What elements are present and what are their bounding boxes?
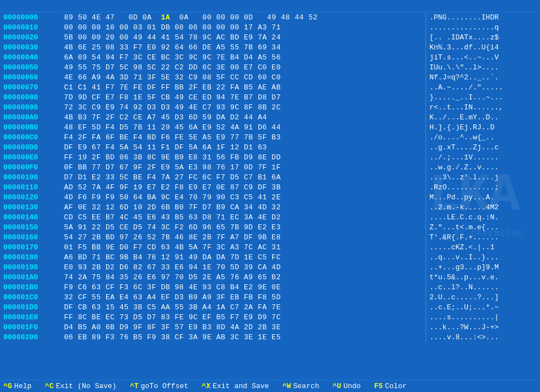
title-offset [524, 2, 537, 10]
ascii-chars: Z."...t<.m.e{... [426, 222, 540, 232]
ascii-chars: Kn%.3...df..U{i4 [426, 42, 540, 52]
hex-offset: 00000020 [0, 32, 63, 42]
status-key: ^W [282, 382, 291, 390]
hex-bytes: 89 50 4E 47 0D 0A 1A 0A 00 00 00 0D 49 4… [63, 12, 426, 22]
hex-bytes: 5B 00 00 20 00 49 44 41 54 78 9C AC BD E… [63, 32, 426, 42]
hex-offset: 000000E0 [0, 152, 63, 162]
status-item[interactable]: ^UUndo [333, 382, 361, 390]
table-row: 0000020006 EB 89 F3 76 B5 F9 38 CF 3A 9E… [0, 332, 540, 342]
hex-offset: 000001C0 [0, 292, 63, 302]
table-row: 000000304B 6E 25 08 33 F7 E0 92 64 66 DE… [0, 42, 540, 52]
ascii-chars: ..c.E;..U;...*.~ [426, 302, 540, 312]
ascii-chars: ..g.xT....Zj...c [426, 142, 540, 152]
hex-bytes: C1 C1 41 F7 7E FE DF FF BB 2F EB 22 FA B… [63, 82, 426, 92]
hex-bytes: 00 00 00 10 00 03 01 DB 08 06 00 00 00 1… [63, 22, 426, 32]
status-key: ^G [3, 382, 12, 390]
ascii-chars: ./o....^..w{_.. [426, 132, 540, 142]
table-row: 0000016054 27 2B BD 97 26 52 7B 46 8E 2B… [0, 232, 540, 242]
hex-offset: 000001D0 [0, 302, 63, 312]
status-label: Search [293, 382, 319, 390]
ascii-chars: }....._..I...~... [426, 92, 540, 102]
status-label: Exit (No Save) [56, 382, 116, 390]
hex-offset: 00000170 [0, 242, 63, 252]
table-row: 000001204D F6 F9 F9 50 64 BA 9C E4 70 79… [0, 192, 540, 202]
status-item[interactable]: ^CExit (No Save) [45, 382, 117, 390]
hex-offset: 000001A0 [0, 272, 63, 282]
ascii-chars: H.].{.)Ej.RJ..D [426, 122, 540, 132]
table-row: 000000406A 69 54 94 F7 3C CE BC 3C 9C 9C… [0, 52, 540, 62]
hex-bytes: F9 C6 63 CF F3 6C 3F DB 98 4E 93 C8 B4 E… [63, 282, 426, 292]
status-bar: ^GHelp^CExit (No Save)^TgoTo Offset^XExi… [0, 380, 540, 392]
hex-bytes: AF 0E 32 12 6D 10 2D 6B B0 7F D7 B9 CA 3… [63, 202, 426, 212]
hex-bytes: 4E 66 A9 4A 3D 71 3F 5E 32 C9 08 5F CC C… [63, 72, 426, 82]
table-row: 00000190E0 93 2B D2 D6 82 67 33 E6 94 1E… [0, 262, 540, 272]
ascii-chars: [.. .IDATx....z$ [426, 32, 540, 42]
ascii-chars: T'.&R{.F.+...... [426, 232, 540, 242]
hex-bytes: AD 52 7A 4F 9F 19 E7 E2 F8 E9 E7 0E 87 C… [63, 182, 426, 192]
status-item[interactable]: ^GHelp [3, 382, 32, 390]
table-row: 00000110AD 52 7A 4F 9F 19 E7 E2 F8 E9 E7… [0, 182, 540, 192]
table-row: 000001D0DF CB 63 15 45 3B C5 AA 55 3B A4… [0, 302, 540, 312]
hex-offset: 00000200 [0, 332, 63, 342]
hex-offset: 000000A0 [0, 112, 63, 122]
ascii-chars: ../.;...1V...... [426, 152, 540, 162]
status-key: ^T [130, 382, 139, 390]
ascii-chars: ..+...g3...p]9.M [426, 262, 540, 272]
hex-offset: 00000160 [0, 232, 63, 242]
hex-bytes: FF 19 2F BD 06 3B 8C 9E B9 E8 31 56 FB D… [63, 152, 426, 162]
hex-bytes: 4D F6 F9 F9 50 64 BA 9C E4 70 79 90 C3 C… [63, 192, 426, 202]
status-item[interactable]: ^WSearch [282, 382, 319, 390]
ascii-chars: ...k...?W...J-+> [426, 322, 540, 332]
hex-bytes: 0F BB 77 D7 67 9F 2F E9 5A E3 98 76 17 0… [63, 162, 426, 172]
ascii-chars: M...Pd..py...A. [426, 192, 540, 202]
hex-offset: 000001F0 [0, 322, 63, 332]
ascii-chars: ...............q [426, 22, 540, 32]
hex-bytes: D4 B5 A0 6B D9 9F 8F 3F 57 E9 B3 8D 4A 2… [63, 322, 426, 332]
status-key: F5 [374, 382, 383, 390]
table-row: 0000009072 3C C9 E9 74 92 D3 D3 49 4E C7… [0, 102, 540, 112]
table-row: 000000A04B B3 7F 2F C2 CE A7 45 D3 6D 59… [0, 112, 540, 122]
hex-offset: 00000000 [0, 12, 63, 22]
hex-bytes: 49 55 75 D7 5C 98 5C 22 C2 DD 6C 3E 00 E… [63, 62, 426, 72]
hex-offset: 000000D0 [0, 142, 63, 152]
status-item[interactable]: F5Color [374, 382, 407, 390]
ascii-chars: t*u.5&..p...v.e. [426, 272, 540, 282]
hex-offset: 00000130 [0, 202, 63, 212]
hex-offset: 00000060 [0, 72, 63, 82]
table-row: 000000B048 EF 5D F4 D5 7B 11 29 45 6A E9… [0, 122, 540, 132]
hex-offset: 00000150 [0, 222, 63, 232]
hex-offset: 00000190 [0, 262, 63, 272]
hex-offset: 00000090 [0, 102, 63, 112]
status-item[interactable]: ^XExit and Save [202, 382, 269, 390]
status-item[interactable]: ^TgoTo Offset [130, 382, 188, 390]
table-row: 000000807D 9D CF E7 F8 1E 5F CB 49 CE ED… [0, 92, 540, 102]
status-label: Exit and Save [213, 382, 269, 390]
table-row: 0000017001 F5 BB 9E D0 F7 CD 63 4B 5A 7F… [0, 242, 540, 252]
hex-bytes: 48 EF 5D F4 D5 7B 11 29 45 6A E9 52 4A 9… [63, 122, 426, 132]
status-key: ^C [45, 382, 54, 390]
ascii-chars: ...3\..z'.l....j [426, 172, 540, 182]
hex-offset: 00000120 [0, 192, 63, 202]
status-label: Undo [343, 382, 361, 390]
table-row: 000000604E 66 A9 4A 3D 71 3F 5E 32 C9 08… [0, 72, 540, 82]
ascii-chars: Nf.J=q?^2.._..`. [426, 72, 540, 82]
table-row: 000001A074 2A 75 84 35 26 E6 97 70 D5 2E… [0, 272, 540, 282]
hex-bytes: E0 93 2B D2 D6 82 67 33 E6 94 1E 70 5D 3… [63, 262, 426, 272]
ascii-chars: ..A.~..../."..... [426, 82, 540, 92]
table-row: 00000100D7 D1 E2 33 5C BE F4 7A 27 FC 6C… [0, 172, 540, 182]
ascii-chars: ..c..l?..N...... [426, 282, 540, 292]
ascii-chars: r<..t...IN......, [426, 102, 540, 112]
ascii-chars: .RzO...........; [426, 182, 540, 192]
table-row: 00000130AF 0E 32 12 6D 10 2D 6B B0 7F D7… [0, 202, 540, 212]
hex-offset: 00000110 [0, 182, 63, 192]
ascii-chars: ..w.g./.Z..v.... [426, 162, 540, 172]
table-row: 000000E0FF 19 2F BD 06 3B 8C 9E B9 E8 31… [0, 152, 540, 162]
hex-bytes: DF CB 63 15 45 3B C5 AA 55 3B A4 1A C7 2… [63, 302, 426, 312]
hex-bytes: 6A 69 54 94 F7 3C CE BC 3C 9C 9C 7E B4 D… [63, 52, 426, 62]
ascii-chars: ..q...v..I..}... [426, 252, 540, 262]
table-row: 0000001000 00 00 10 00 03 01 DB 08 06 00… [0, 22, 540, 32]
hex-bytes: CD C5 EE B7 4C 45 E6 43 B5 63 D8 71 EC 3… [63, 212, 426, 222]
ascii-chars: jiT.s...<..~...V [426, 52, 540, 62]
table-row: 000001B0F9 C6 63 CF F3 6C 3F DB 98 4E 93… [0, 282, 540, 292]
hex-bytes: FF 8C BE EC 73 D5 D7 83 FE 9C EF B5 F7 E… [63, 312, 426, 322]
